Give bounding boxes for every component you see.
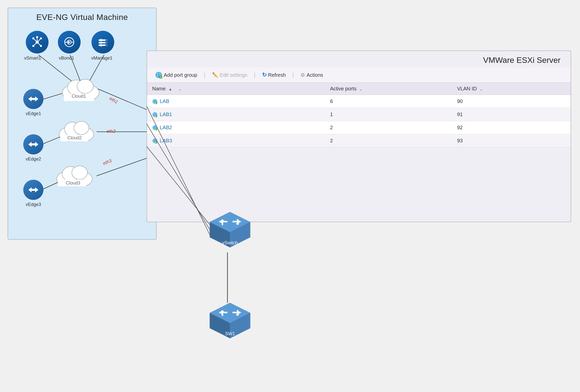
col-header-active-ports[interactable]: Active ports ⌄ — [325, 83, 452, 95]
vmware-title: VMWare ESXi Server — [147, 51, 571, 67]
svg-point-15 — [32, 45, 34, 47]
cloud3: Cloud3 — [52, 161, 94, 191]
cloud1: Cloud1 — [57, 74, 100, 105]
vbond1-label: vBond1 — [55, 56, 78, 61]
row-vlan-id: 93 — [452, 134, 571, 147]
cloud2: Cloud2 — [55, 117, 95, 145]
row-globe-icon — [152, 138, 158, 144]
row-active-ports: 2 — [325, 121, 452, 134]
vedge2-node — [23, 134, 43, 154]
edit-settings-label: Edit settings — [220, 72, 247, 78]
svg-text:+: + — [160, 76, 161, 79]
table-row[interactable]: LAB3293 — [147, 134, 571, 147]
vmanage1-node — [91, 31, 114, 54]
row-active-ports: 2 — [325, 134, 452, 147]
vedge1-node — [23, 89, 43, 109]
svg-marker-37 — [28, 187, 38, 192]
row-active-ports: 6 — [325, 95, 452, 108]
svg-rect-97 — [155, 142, 156, 143]
row-active-ports: 1 — [325, 108, 452, 121]
vswitch-sw1-line — [226, 252, 229, 303]
svg-text:Cloud3: Cloud3 — [66, 180, 80, 186]
actions-label: Actions — [307, 72, 323, 78]
active-ports-sort-chevron: ⌄ — [359, 87, 362, 91]
actions-button[interactable]: ⚙ Actions — [297, 70, 326, 80]
eth1-label: eth1 — [108, 96, 119, 105]
vedge1-label: vEdge1 — [22, 111, 45, 116]
vsmart1-label: vSmart1 — [21, 56, 44, 61]
sw1-container: SW1 — [205, 298, 255, 348]
col-active-ports-label: Active ports — [330, 86, 356, 91]
vswitch-container: vSwitch — [205, 207, 255, 257]
name-sort-chevron: ⌄ — [178, 87, 181, 91]
svg-point-19 — [36, 36, 38, 38]
row-name-link[interactable]: LAB — [152, 98, 320, 104]
edit-icon: ✏️ — [212, 72, 218, 78]
eth2-label: eth2 — [107, 129, 115, 134]
col-vlan-id-label: VLAN ID — [457, 86, 477, 91]
toolbar-separator-1: | — [204, 71, 205, 79]
vsmart1-node — [26, 31, 49, 54]
svg-rect-73 — [155, 103, 156, 103]
svg-marker-24 — [68, 41, 71, 44]
refresh-icon: ↻ — [262, 72, 267, 78]
row-globe-icon — [152, 125, 158, 130]
gear-icon: ⚙ — [300, 72, 305, 78]
toolbar-separator-3: | — [292, 71, 294, 79]
svg-text:vSwitch: vSwitch — [222, 240, 238, 245]
col-header-name[interactable]: Name ▲ ⌄ — [147, 83, 325, 95]
svg-rect-89 — [155, 129, 156, 129]
svg-point-11 — [32, 37, 34, 39]
row-name-text: LAB3 — [160, 138, 172, 144]
row-globe-icon — [152, 99, 158, 104]
vlan-sort-chevron: ⌄ — [480, 87, 483, 91]
svg-text:Cloud1: Cloud1 — [72, 94, 86, 99]
svg-point-56 — [72, 166, 87, 179]
row-name-link[interactable]: LAB2 — [152, 125, 320, 130]
svg-point-13 — [40, 37, 42, 39]
row-name-link[interactable]: LAB1 — [152, 112, 320, 117]
row-name-link[interactable]: LAB3 — [152, 138, 320, 144]
svg-text:SW1: SW1 — [225, 331, 235, 336]
svg-marker-36 — [28, 142, 38, 147]
table-row[interactable]: LAB2292 — [147, 121, 571, 134]
eve-ng-title: EVE-NG Virtual Machine — [8, 8, 156, 24]
row-globe-icon — [152, 112, 158, 117]
svg-rect-81 — [155, 116, 156, 116]
port-groups-table-container: Name ▲ ⌄ Active ports ⌄ VLAN ID ⌄ — [147, 83, 571, 147]
row-name-text: LAB1 — [160, 112, 172, 117]
table-row[interactable]: LAB1191 — [147, 108, 571, 121]
table-row[interactable]: LAB690 — [147, 95, 571, 108]
vmware-panel: VMWare ESXi Server + Add port group | ✏️… — [147, 50, 571, 222]
sw1-svg: SW1 — [205, 298, 255, 348]
toolbar-separator-2: | — [254, 71, 256, 79]
vmanage1-label: vManage1 — [88, 56, 116, 61]
vswitch-svg: vSwitch — [205, 207, 255, 257]
svg-point-28 — [105, 39, 107, 41]
edit-settings-button[interactable]: ✏️ Edit settings — [209, 70, 250, 80]
refresh-button[interactable]: ↻ Refresh — [259, 70, 289, 80]
svg-point-29 — [105, 42, 107, 43]
port-groups-table: Name ▲ ⌄ Active ports ⌄ VLAN ID ⌄ — [147, 83, 571, 147]
svg-text:Cloud2: Cloud2 — [67, 135, 82, 140]
globe-icon: + — [155, 71, 162, 79]
eth3-label: eth3 — [102, 158, 112, 166]
row-name-text: LAB — [160, 98, 169, 104]
col-header-vlan-id[interactable]: VLAN ID ⌄ — [452, 83, 571, 95]
eve-ng-panel: EVE-NG Virtual Machine — [8, 8, 157, 240]
add-port-group-label: Add port group — [164, 72, 197, 78]
vbond1-node — [58, 31, 81, 54]
vedge2-label: vEdge2 — [22, 156, 45, 162]
row-vlan-id: 92 — [452, 121, 571, 134]
row-name-text: LAB2 — [160, 125, 172, 130]
svg-point-42 — [77, 79, 93, 93]
svg-point-49 — [74, 121, 89, 135]
vedge3-label: vEdge3 — [22, 202, 45, 207]
add-port-group-button[interactable]: + Add port group — [152, 70, 200, 80]
col-name-label: Name — [152, 86, 166, 91]
row-vlan-id: 91 — [452, 108, 571, 121]
svg-point-17 — [40, 45, 42, 47]
svg-point-30 — [105, 44, 107, 46]
toolbar: + Add port group | ✏️ Edit settings | ↻ … — [147, 67, 571, 83]
refresh-label: Refresh — [268, 72, 286, 78]
